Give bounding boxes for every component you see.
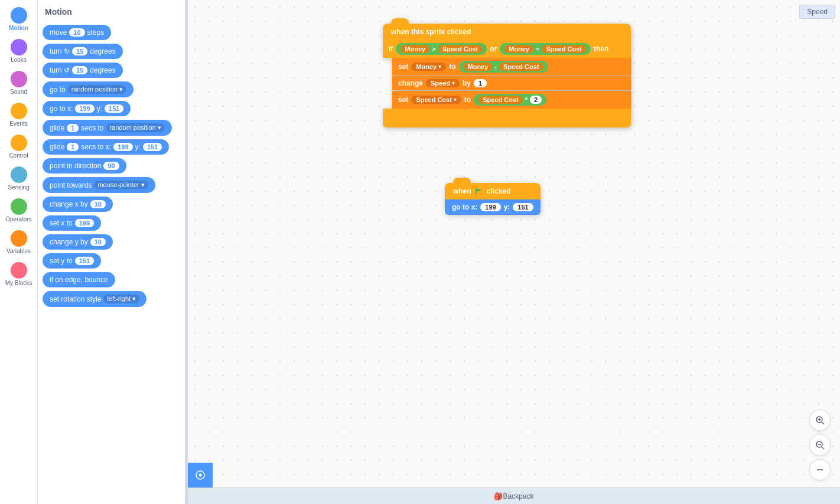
backpack-icon: 🎒 [494, 492, 503, 500]
var-speedcost-1: Speed Cost [438, 45, 483, 53]
operators-icon [11, 198, 27, 215]
if-block-close [383, 119, 631, 127]
svg-line-7 [822, 447, 824, 449]
code-stack-2: when clicked go to x: 199 y: 151 [445, 183, 541, 215]
backpack-label: Backpack [503, 492, 533, 500]
svg-marker-0 [476, 188, 482, 192]
block-rotation-style[interactable]: set rotation style left-right ▾ [43, 291, 146, 307]
block-turn-ccw[interactable]: turn ↺ 15 degrees [43, 63, 123, 78]
sidebar-item-sensing[interactable]: Sensing [0, 164, 37, 194]
if-inner-blocks: set Money ▾ to Money - Speed Cost change… [383, 58, 631, 109]
sprite-icon [194, 469, 206, 481]
zoom-out-icon [815, 440, 825, 450]
block-glide-xy[interactable]: glide 1 secs to x: 199 y: 151 [43, 139, 169, 155]
go-to-xy-block[interactable]: go to x: 199 y: 151 [445, 199, 541, 215]
variables-icon [11, 230, 27, 247]
block-point-direction[interactable]: point in direction 90 [43, 158, 126, 174]
block-glide-random[interactable]: glide 1 secs to random position ▾ [43, 120, 172, 136]
op-block-equal: Money = Speed Cost [500, 43, 591, 55]
op-subtract: Money - Speed Cost [459, 61, 548, 73]
block-go-to[interactable]: go to random position ▾ [43, 81, 134, 97]
panel-title: Motion [43, 5, 180, 21]
canvas-area: Speed when this sprite clicked if Money … [188, 0, 840, 504]
sidebar-item-variables[interactable]: Variables [0, 228, 37, 257]
zoom-reset-button[interactable] [809, 459, 831, 480]
sidebar-item-sound[interactable]: Sound [0, 68, 37, 98]
zoom-out-button[interactable] [809, 434, 831, 456]
set-speedcost-block[interactable]: set Speed Cost ▾ to Speed Cost * 2 [392, 91, 631, 109]
hat-block-sprite-clicked[interactable]: when this sprite clicked [383, 24, 631, 40]
hat-label: when this sprite clicked [391, 28, 471, 36]
if-block-header[interactable]: if Money > Speed Cost or Money = Speed C… [383, 40, 631, 58]
sensing-icon [11, 166, 27, 183]
motion-label: Motion [9, 25, 28, 32]
hat-block-flag-clicked[interactable]: when clicked [445, 183, 541, 199]
myblocks-icon [11, 262, 27, 279]
events-label: Events [9, 120, 28, 127]
speed-button[interactable]: Speed [799, 5, 835, 19]
control-label: Control [9, 152, 28, 159]
sprite-button[interactable] [188, 463, 213, 487]
zoom-reset-icon [815, 465, 825, 474]
svg-line-3 [822, 422, 824, 424]
motion-icon [11, 7, 27, 24]
zoom-in-button[interactable] [809, 410, 831, 431]
sidebar-item-operators[interactable]: Operators [0, 196, 37, 225]
sensing-label: Sensing [8, 184, 29, 191]
sidebar-item-motion[interactable]: Motion [0, 5, 37, 34]
zoom-controls [809, 410, 831, 480]
set-speedcost-var: Speed Cost ▾ [411, 96, 461, 104]
looks-label: Looks [11, 57, 27, 64]
blocks-panel: Motion move 10 steps turn ↻ 15 degrees t… [38, 0, 185, 504]
block-set-y[interactable]: set y to 151 [43, 253, 101, 269]
looks-icon [11, 39, 27, 55]
change-speed-var: Speed ▾ [426, 79, 460, 87]
block-go-to-xy[interactable]: go to x: 199 y: 151 [43, 101, 131, 116]
var-money-2: Money [504, 45, 533, 53]
svg-point-11 [199, 474, 202, 477]
code-stack-1: when this sprite clicked if Money > Spee… [383, 24, 631, 127]
op-block-greater: Money > Speed Cost [396, 43, 487, 55]
category-sidebar: Motion Looks Sound Events Control Sensin… [0, 0, 38, 504]
change-speed-block[interactable]: change Speed ▾ by 1 [392, 76, 631, 90]
block-move-steps[interactable]: move 10 steps [43, 25, 111, 40]
flag-icon [475, 187, 483, 195]
sound-icon [11, 71, 27, 87]
variables-label: Variables [6, 248, 31, 255]
control-icon [11, 135, 27, 151]
block-turn-cw[interactable]: turn ↻ 15 degrees [43, 44, 123, 59]
if-block-bottom [383, 109, 631, 119]
zoom-in-icon [815, 415, 825, 425]
block-change-x[interactable]: change x by 10 [43, 197, 113, 212]
go-to-y-val: 151 [513, 203, 533, 211]
var-money-1: Money [401, 45, 429, 53]
block-bounce[interactable]: if on edge, bounce [43, 272, 115, 287]
set-money-block[interactable]: set Money ▾ to Money - Speed Cost [392, 58, 631, 76]
sidebar-item-events[interactable]: Events [0, 100, 37, 130]
events-icon [11, 103, 27, 119]
block-point-towards[interactable]: point towards mouse-pointer ▾ [43, 177, 155, 193]
backpack-bar[interactable]: 🎒 Backpack [188, 487, 840, 504]
var-speedcost-2: Speed Cost [542, 45, 586, 53]
myblocks-label: My Blocks [5, 280, 32, 287]
sidebar-item-control[interactable]: Control [0, 132, 37, 162]
sidebar-item-myblocks[interactable]: My Blocks [0, 260, 37, 289]
change-speed-val: 1 [474, 79, 487, 87]
set-money-var: Money ▾ [411, 63, 446, 71]
block-change-y[interactable]: change y by 10 [43, 234, 113, 250]
go-to-x-val: 199 [480, 203, 500, 211]
sidebar-item-looks[interactable]: Looks [0, 37, 37, 66]
sound-label: Sound [10, 89, 27, 96]
block-set-x[interactable]: set x to 199 [43, 215, 101, 231]
op-multiply: Speed Cost * 2 [474, 94, 546, 106]
operators-label: Operators [5, 216, 31, 223]
